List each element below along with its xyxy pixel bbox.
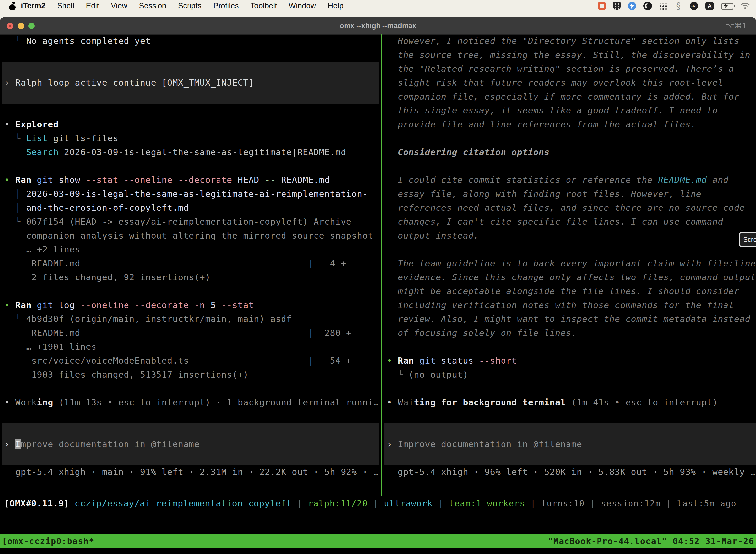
terminal-line: • Explored	[2, 117, 381, 131]
apple-menu-icon[interactable]	[9, 1, 16, 10]
crescent-circle-icon[interactable]	[643, 2, 652, 10]
terminal-line	[384, 131, 756, 145]
terminal-line: src/voice/voiceModeEnabled.ts | 54 +	[2, 354, 381, 368]
terminal-line: companion file, especially if more comme…	[384, 90, 756, 104]
terminal-line	[2, 284, 381, 298]
minimize-button[interactable]	[18, 22, 24, 29]
menu-item-shell[interactable]: Shell	[57, 1, 74, 10]
terminal-line: │ and-the-erosion-of-copyleft.md	[2, 201, 381, 215]
terminal-line: › Ralph loop active continue [OMX_TMUX_I…	[2, 76, 379, 90]
menu-item-view[interactable]: View	[111, 1, 127, 10]
terminal-line	[384, 340, 756, 354]
terminal-line: Considering citation options	[384, 145, 756, 159]
terminal-window: omx --xhigh --madmax ⌥⌘1 └ No agents com…	[0, 17, 756, 554]
terminal-line: └ List git ls-files	[2, 131, 381, 145]
wifi-icon[interactable]	[741, 3, 750, 10]
dots-grid-icon[interactable]	[659, 2, 667, 10]
terminal-line: However, I noticed the "Directory Struct…	[384, 34, 756, 48]
terminal-line: I could cite commit statistics or refere…	[384, 173, 756, 187]
shield-grid-icon[interactable]	[613, 2, 621, 10]
tmux-host-clock: "MacBook-Pro-44.local" 04:52 31-Mar-26	[548, 536, 754, 546]
terminal-line: 1903 files changed, 513517 insertions(+)	[2, 368, 381, 382]
terminal-line: provide file and line references from th…	[384, 117, 756, 131]
menu-item-session[interactable]: Session	[139, 1, 166, 10]
right-terminal-pane[interactable]: However, I noticed the "Directory Struct…	[384, 34, 756, 496]
terminal-line	[2, 382, 381, 395]
terminal-line: Search 2026-03-09-is-legal-the-same-as-l…	[2, 145, 381, 159]
menubar-status-icons: ..61 A	[598, 2, 750, 10]
terminal-line: └ 067f154 (HEAD -> essay/ai-reimplementa…	[2, 215, 381, 229]
terminal-line: gpt-5.4 xhigh · main · 91% left · 2.31M …	[2, 465, 381, 479]
terminal-line: … +1901 lines	[2, 340, 381, 354]
battery-percent-icon[interactable]: ..61	[690, 2, 698, 10]
terminal-line: └ (no output)	[384, 368, 756, 382]
squiggle-icon[interactable]	[674, 2, 683, 10]
terminal-line	[2, 159, 381, 173]
zoom-button[interactable]	[28, 22, 35, 29]
menu-item-help[interactable]: Help	[328, 1, 343, 10]
left-terminal-pane[interactable]: └ No agents completed yet› Ralph loop ac…	[2, 34, 381, 496]
terminal-line: including verification notes with those …	[384, 298, 756, 312]
terminal-line	[384, 423, 756, 437]
terminal-line: README.md | 280 +	[2, 326, 381, 340]
lightning-badge-icon[interactable]	[628, 2, 636, 10]
input-source-icon[interactable]: A	[705, 2, 714, 10]
omx-status-bar: [OMX#0.11.9] cczip/essay/ai-reimplementa…	[0, 496, 756, 510]
menu-item-iterm2[interactable]: iTerm2	[21, 1, 45, 10]
window-title: omx --xhigh --madmax	[0, 21, 756, 30]
terminal-line: │ 2026-03-09-is-legal-the-same-as-legiti…	[2, 187, 381, 201]
terminal-line: changes, I can't cite specific file line…	[384, 215, 756, 229]
menu-item-edit[interactable]: Edit	[86, 1, 99, 10]
terminal-line: the source tree, missing the essay. Stil…	[384, 48, 756, 62]
screen-overlay-tab[interactable]: Scre	[739, 232, 756, 247]
terminal-line	[2, 62, 379, 76]
terminal-line: evidence. Since this change only affects…	[384, 270, 756, 284]
terminal-line: slight risk that future readers may over…	[384, 76, 756, 90]
terminal-line	[2, 409, 381, 423]
terminal-line	[2, 423, 379, 437]
menu-item-scripts[interactable]: Scripts	[178, 1, 202, 10]
terminal-line: • Waiting for background terminal (1m 41…	[384, 395, 756, 409]
menu-bar: iTerm2ShellEditViewSessionScriptsProfile…	[0, 0, 756, 12]
chat-bubble-icon[interactable]	[598, 2, 606, 10]
terminal-line	[384, 451, 756, 465]
menu-item-toolbelt[interactable]: Toolbelt	[251, 1, 277, 10]
menu-item-window[interactable]: Window	[289, 1, 316, 10]
terminal-line: › Improve documentation in @filename	[384, 437, 756, 451]
terminal-line	[2, 451, 379, 465]
terminal-line: The team guideline is to back every impo…	[384, 257, 756, 270]
terminal-line	[384, 382, 756, 395]
tmux-session-window[interactable]: [omx-cczip0:bash*	[2, 536, 94, 546]
terminal-line: • Ran git status --short	[384, 354, 756, 368]
terminal-line: › Improve documentation in @filename	[2, 437, 379, 451]
terminal-line: essay file, along with finding root file…	[384, 187, 756, 201]
terminal-line	[2, 48, 381, 62]
terminal-line: gpt-5.4 xhigh · 96% left · 520K in · 5.8…	[384, 465, 756, 479]
tmux-status-bar: [omx-cczip0:bash* "MacBook-Pro-44.local"…	[0, 534, 756, 548]
menu-items: iTerm2ShellEditViewSessionScriptsProfile…	[21, 1, 355, 10]
battery-icon[interactable]	[721, 3, 734, 10]
terminal-line: • Working (11m 13s • esc to interrupt) ·…	[2, 395, 381, 409]
terminal-line: README.md | 4 +	[2, 257, 381, 270]
menu-item-profiles[interactable]: Profiles	[213, 1, 239, 10]
terminal-line: • Ran git show --stat --oneline --decora…	[2, 173, 381, 187]
input-source-label: A	[708, 3, 711, 9]
close-button[interactable]	[7, 22, 13, 29]
title-bar[interactable]: omx --xhigh --madmax ⌥⌘1	[0, 17, 756, 35]
terminal-line	[2, 104, 381, 117]
terminal-line	[384, 242, 756, 257]
terminal-line: companion analysis without altering the …	[2, 229, 381, 242]
terminal-line: references need actual files, and since …	[384, 201, 756, 215]
terminal-line	[2, 90, 379, 104]
terminal-line	[384, 159, 756, 173]
terminal-line: 2 files changed, 92 insertions(+)	[2, 270, 381, 284]
terminal-line	[384, 409, 756, 423]
terminal-line: output instead.	[384, 229, 756, 242]
terminal-line: └ 4b9d30f (origin/main, instructkr/main,…	[2, 312, 381, 326]
overlay-tab-label: Scre	[743, 236, 756, 243]
pane-divider[interactable]	[381, 34, 382, 496]
terminal-line: this single essay, it seems like a good …	[384, 104, 756, 117]
window-shortcut-hint: ⌥⌘1	[726, 21, 747, 30]
terminal-line: the "Related research writing" section i…	[384, 62, 756, 76]
battery-percent-label: ..61	[691, 4, 697, 8]
